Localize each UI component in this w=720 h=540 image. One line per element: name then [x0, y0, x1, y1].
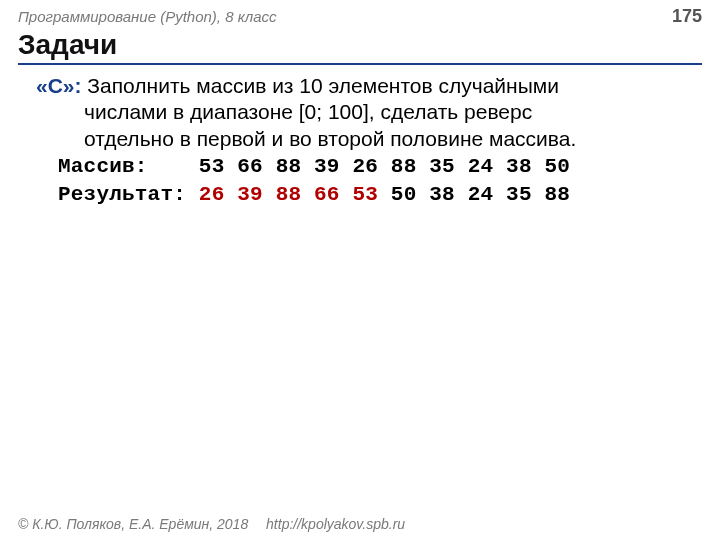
- course-name: Программирование (Python), 8 класс: [18, 8, 277, 25]
- task-line-3: отдельно в первой и во второй половине м…: [36, 126, 684, 152]
- page-title: Задачи: [18, 29, 702, 61]
- task-line-2: числами в диапазоне [0; 100], сделать ре…: [36, 99, 684, 125]
- content-area: «C»: Заполнить массив из 10 элементов сл…: [0, 65, 720, 208]
- result-label: Результат:: [58, 183, 199, 206]
- slide-footer: © К.Ю. Поляков, Е.А. Ерёмин, 2018 http:/…: [18, 516, 405, 532]
- slide-header: Программирование (Python), 8 класс 175: [0, 0, 720, 27]
- result-rest-values: 50 38 24 35 88: [378, 183, 570, 206]
- task-label: «C»:: [36, 74, 82, 97]
- copyright: © К.Ю. Поляков, Е.А. Ерёмин, 2018: [18, 516, 248, 532]
- task-block: «C»: Заполнить массив из 10 элементов сл…: [36, 73, 684, 152]
- result-row: Результат: 26 39 88 66 53 50 38 24 35 88: [36, 182, 684, 208]
- page-number: 175: [672, 6, 702, 27]
- array-row: Массив: 53 66 88 39 26 88 35 24 38 50: [36, 154, 684, 180]
- task-line-1: Заполнить массив из 10 элементов случайн…: [82, 74, 559, 97]
- footer-url: http://kpolyakov.spb.ru: [266, 516, 405, 532]
- title-underline: Задачи: [18, 29, 702, 65]
- result-red-values: 26 39 88 66 53: [199, 183, 378, 206]
- array-values: 53 66 88 39 26 88 35 24 38 50: [199, 155, 570, 178]
- array-label: Массив:: [58, 155, 199, 178]
